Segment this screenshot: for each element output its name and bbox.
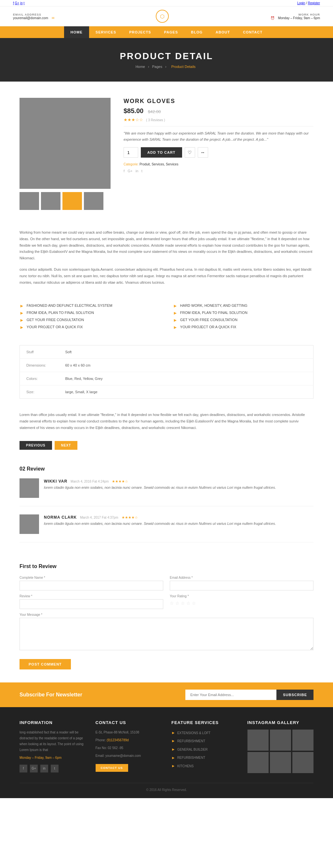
rating-stars: ★★★☆☆ xyxy=(124,117,143,122)
star-5[interactable]: ☆ xyxy=(192,600,196,606)
feature-right-1: ► HARD WORK, HONESTY, AND GETTING xyxy=(173,304,313,308)
feature-right-2: ► FROM IDEA, PLAN TO FINAL SOLUTION xyxy=(173,311,313,315)
quantity-input[interactable] xyxy=(124,147,138,158)
newsletter-subscribe-button[interactable]: SUBSCRIBE xyxy=(276,690,313,700)
auth-separator: / xyxy=(306,1,307,5)
compare-button[interactable]: ↔ xyxy=(198,147,208,158)
email-input[interactable] xyxy=(170,581,313,590)
share-google[interactable]: G+ xyxy=(127,169,132,173)
spec-row-size: Size: large, Small, X large xyxy=(20,385,313,399)
nav-item-projects[interactable]: PROJECTS xyxy=(123,26,157,38)
footer-info-text: long established fact that a reader will… xyxy=(20,730,86,753)
newsletter-email-input[interactable] xyxy=(185,690,276,700)
wishlist-button[interactable]: ♡ xyxy=(185,147,195,158)
review-label: Review * xyxy=(20,594,163,598)
nav-item-pages[interactable]: PAGES xyxy=(158,26,185,38)
googleplus-icon[interactable]: G+ xyxy=(15,1,20,5)
message-textarea[interactable] xyxy=(20,618,313,650)
share-twitter[interactable]: t xyxy=(142,169,143,173)
review-content-2: NORMA CLARK March 4, 2017 Fat 4:37pm ★★★… xyxy=(44,515,313,534)
features-right: ► HARD WORK, HONESTY, AND GETTING ► FROM… xyxy=(173,304,313,332)
star-3[interactable]: ☆ xyxy=(181,600,185,606)
social-links: f G+ in t xyxy=(13,1,24,5)
previous-button[interactable]: PREVIOUS xyxy=(20,441,52,450)
form-row-1: Complete Name * Email Address * xyxy=(20,576,313,590)
spec-label-dimensions: Dimensions: xyxy=(20,359,59,372)
register-link[interactable]: Register xyxy=(308,1,320,5)
ig-thumb-4[interactable] xyxy=(247,752,269,773)
footer-linkedin-icon[interactable]: in xyxy=(40,765,48,772)
nav-item-contact[interactable]: CONTACT xyxy=(236,26,269,38)
submit-button[interactable]: POST COMMENT xyxy=(20,659,71,670)
thumbnail-1[interactable] xyxy=(20,192,39,210)
footer-contact-button[interactable]: CONTACT US xyxy=(96,764,128,772)
review-content-1: WIKKI VAR March 4, 2016 Fat 4:24pm ★★★★☆… xyxy=(44,478,313,498)
breadcrumb-pages[interactable]: Pages xyxy=(152,65,162,68)
review-field: Review * xyxy=(20,594,163,609)
feature-link-4[interactable]: REFURBISHMENT xyxy=(177,755,205,761)
facebook-icon[interactable]: f xyxy=(13,1,14,5)
more-description: Lorem than office jobs usually entail. I… xyxy=(0,408,333,437)
star-2[interactable]: ☆ xyxy=(175,600,180,606)
review-input[interactable] xyxy=(20,599,163,609)
reviewer-avatar-2 xyxy=(20,515,39,534)
current-price: $85.00 xyxy=(124,107,143,114)
footer-features-title: Feature Services xyxy=(171,720,238,725)
star-4[interactable]: ☆ xyxy=(186,600,190,606)
ig-thumb-1[interactable] xyxy=(247,730,269,751)
complete-name-field: Complete Name * xyxy=(20,576,163,590)
ig-thumb-3[interactable] xyxy=(292,730,313,751)
nav-item-about[interactable]: ABOUT xyxy=(209,26,236,38)
breadcrumb-home[interactable]: Home xyxy=(135,65,145,68)
ig-thumb-5[interactable] xyxy=(270,752,291,773)
nav-item-blog[interactable]: BLOG xyxy=(184,26,209,38)
star-1[interactable]: ☆ xyxy=(170,600,174,606)
review-text-1: lorem citadin ligula non enim sodales, n… xyxy=(44,485,313,491)
site-header: EMAIL ADDRESS youremail@domain.com ✉ ⬡ W… xyxy=(0,6,333,26)
feature-link-5[interactable]: KITCHENS xyxy=(177,763,194,769)
feature-item-1: ► EXTENSIONS & LOFT xyxy=(171,730,238,737)
feature-item-5: ► KITCHENS xyxy=(171,763,238,770)
share-linkedin[interactable]: in xyxy=(135,169,139,173)
twitter-icon[interactable]: t xyxy=(24,1,25,5)
site-logo[interactable]: ⬡ xyxy=(156,10,169,23)
page-title: PRODUCT DETAIL xyxy=(13,51,320,61)
spec-label-colors: Colors: xyxy=(20,372,59,385)
ig-thumb-6[interactable] xyxy=(292,752,313,773)
spec-value-colors: Blue, Red, Yellow, Grey xyxy=(59,372,313,385)
ig-thumb-2[interactable] xyxy=(270,730,291,751)
feature-link-2[interactable]: REFURBISHMENT xyxy=(177,738,205,744)
footer-col-contact: Contact Us E-St, Phase-88 McNoll, 15108 … xyxy=(96,720,162,773)
feature-link-3[interactable]: GENERAL BUILDER xyxy=(177,747,208,753)
feature-right-3-text: GET YOUR FREE CONSULTATION xyxy=(180,318,237,322)
add-to-cart-button[interactable]: ADD TO CART xyxy=(141,147,182,158)
rating-stars-input[interactable]: ☆ ☆ ☆ ☆ ☆ xyxy=(170,600,313,606)
product-name: WORK GLOVES xyxy=(124,98,313,105)
thumbnail-4[interactable] xyxy=(84,192,103,210)
login-link[interactable]: Login xyxy=(297,1,305,5)
spec-label-stuff: Stuff xyxy=(20,345,59,359)
nav-item-home[interactable]: HOME xyxy=(64,26,89,38)
footer-twitter-icon[interactable]: t xyxy=(51,765,59,772)
linkedin-icon[interactable]: in xyxy=(20,1,23,5)
next-button[interactable]: NEXT xyxy=(55,441,78,450)
footer-googleplus-icon[interactable]: G+ xyxy=(30,765,38,772)
email-field: Email Address * xyxy=(170,576,313,590)
thumbnail-3[interactable] xyxy=(62,192,82,210)
email-address: youremail@domain.com xyxy=(13,16,48,20)
nav-item-services[interactable]: SERVICES xyxy=(89,26,123,38)
rating-label: Your Rating * xyxy=(170,594,313,598)
feature-link-1[interactable]: EXTENSIONS & LOFT xyxy=(177,730,210,736)
footer-facebook-icon[interactable]: f xyxy=(20,765,27,772)
rating-field: Your Rating * ☆ ☆ ☆ ☆ ☆ xyxy=(170,594,313,609)
complete-name-input[interactable] xyxy=(20,581,163,590)
spec-row-dimensions: Dimensions: 60 x 40 x 60 cm xyxy=(20,359,313,372)
page-header: PRODUCT DETAIL Home › Pages › Product De… xyxy=(0,38,333,82)
thumbnail-2[interactable] xyxy=(41,192,60,210)
review-item-1: WIKKI VAR March 4, 2016 Fat 4:24pm ★★★★☆… xyxy=(20,478,313,506)
email-label: EMAIL ADDRESS xyxy=(13,13,54,16)
product-main-image xyxy=(20,98,111,189)
product-section: WORK GLOVES $85.00 $42.00 ★★★☆☆ ( 3 Revi… xyxy=(0,82,333,226)
share-facebook[interactable]: f xyxy=(124,169,125,173)
top-bar: f G+ in t Login / Register xyxy=(0,0,333,6)
